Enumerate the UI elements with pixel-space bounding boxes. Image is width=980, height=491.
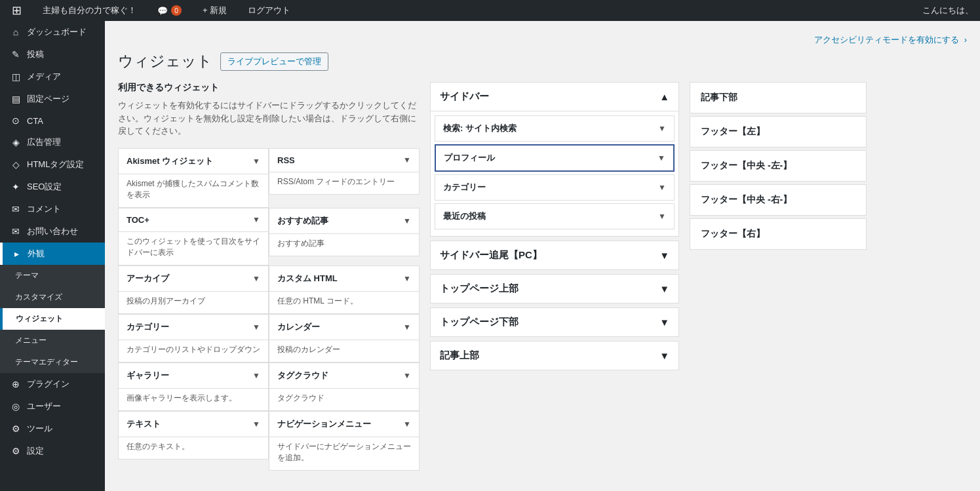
- widget-custom-html-name: カスタム HTML: [277, 273, 338, 285]
- sidebar-item-comments[interactable]: ✉ コメント: [0, 198, 105, 220]
- sidebar-item-ads[interactable]: ◈ 広告管理: [0, 131, 105, 153]
- sidebar-category-item-name: カテゴリー: [443, 182, 486, 193]
- sidebar-search-item[interactable]: 検索: サイト内検索 ▼: [435, 115, 675, 142]
- sidebar-recent-item[interactable]: 最近の投稿 ▼: [435, 203, 675, 229]
- article-top-chevron: ▼: [659, 350, 669, 361]
- top-page-lower-chevron: ▼: [659, 317, 669, 328]
- sidebar-item-dashboard[interactable]: ⌂ ダッシュボード: [0, 21, 105, 43]
- widget-tagcloud-name: タグクラウド: [277, 370, 328, 382]
- widget-custom-html[interactable]: カスタム HTML ▼: [269, 265, 420, 292]
- wp-logo-item[interactable]: ⊞: [7, 0, 27, 21]
- widget-category-desc: カテゴリーのリストやドロップダウン: [118, 340, 269, 363]
- sidebar-item-seo[interactable]: ✦ SEO設定: [0, 176, 105, 198]
- widget-akismet[interactable]: Akismet ウィジェット ▼: [118, 148, 269, 174]
- content-area: 利用できるウィジェット ウィジェットを有効化するにはサイドバーにドラッグするかク…: [118, 82, 967, 471]
- article-bottom-area[interactable]: 記事下部: [690, 82, 867, 113]
- sidebar-label-tools: ツール: [27, 423, 52, 435]
- new-item[interactable]: + 新規: [197, 0, 232, 21]
- site-name-item[interactable]: 主婦も自分の力で稼ぐ！: [37, 0, 142, 21]
- sidebar-pc-title-text: サイドバー追尾【PC】: [440, 249, 542, 262]
- widget-archive-name: アーカイブ: [127, 273, 169, 285]
- footer-left-area[interactable]: フッター【左】: [690, 116, 867, 147]
- sidebar-item-posts[interactable]: ✎ 投稿: [0, 43, 105, 66]
- sidebar-item-settings[interactable]: ⚙ 設定: [0, 440, 105, 462]
- sidebar-item-appearance[interactable]: ▸ 外観: [0, 243, 105, 265]
- widget-toc[interactable]: TOC+ ▼: [118, 208, 269, 232]
- sidebar-item-themes[interactable]: テーマ: [0, 265, 105, 286]
- widget-grid: Akismet ウィジェット ▼ Akismet が捕獲したスパムコメント数を表…: [118, 148, 420, 471]
- widget-rss-desc: RSS/Atom フィードのエントリー: [269, 172, 420, 195]
- widget-rss[interactable]: RSS ▼: [269, 148, 420, 172]
- widget-tagcloud[interactable]: タグクラウド ▼: [269, 363, 420, 389]
- sidebar-item-tools[interactable]: ⚙ ツール: [0, 418, 105, 440]
- live-preview-button[interactable]: ライブプレビューで管理: [220, 52, 328, 71]
- widget-text-chevron: ▼: [252, 420, 260, 429]
- sidebar-item-html[interactable]: ◇ HTMLタグ設定: [0, 153, 105, 176]
- comment-icon: 💬: [157, 6, 168, 16]
- sidebar-item-media[interactable]: ◫ メディア: [0, 66, 105, 88]
- footer-center-left-area[interactable]: フッター【中央 -左-】: [690, 150, 867, 182]
- new-label: + 新規: [203, 5, 227, 16]
- sidebar-item-users[interactable]: ◎ ユーザー: [0, 395, 105, 418]
- sidebar-pc-area-header[interactable]: サイドバー追尾【PC】 ▼: [431, 241, 678, 269]
- top-page-lower-header[interactable]: トップページ下部 ▼: [431, 308, 678, 336]
- footer-center-right-area[interactable]: フッター【中央 -右-】: [690, 184, 867, 216]
- right-areas-col: 記事下部 フッター【左】 フッター【中央 -左-】 フッター【中央 -右-】 フ…: [690, 82, 867, 252]
- sidebar-area-header[interactable]: サイドバー ▲: [431, 83, 678, 111]
- sidebar-recent-chevron: ▼: [658, 212, 666, 221]
- widget-akismet-name: Akismet ウィジェット: [127, 155, 213, 167]
- wp-logo-icon: ⊞: [12, 3, 22, 18]
- sidebar-item-cta[interactable]: ⊙ CTA: [0, 110, 105, 131]
- sidebar-area-content: 検索: サイト内検索 ▼ プロフィール ▼ カテゴリー ▼: [431, 111, 678, 236]
- contact-icon: ✉: [10, 226, 22, 237]
- sidebar-profile-item[interactable]: プロフィール ▼: [435, 144, 675, 172]
- sidebar-item-theme-editor[interactable]: テーマエディター: [0, 351, 105, 373]
- comments-item[interactable]: 💬 0: [152, 0, 187, 21]
- article-top-header[interactable]: 記事上部 ▼: [431, 342, 678, 370]
- admin-sidebar: ⌂ ダッシュボード ✎ 投稿 ◫ メディア ▤ 固定ページ ⊙ CTA ◈ 広告…: [0, 21, 105, 491]
- accessibility-link[interactable]: アクセシビリティモードを有効にする: [814, 35, 959, 45]
- available-widgets-panel: 利用できるウィジェット ウィジェットを有効化するにはサイドバーにドラッグするかク…: [118, 82, 420, 471]
- logout-item[interactable]: ログアウト: [243, 0, 296, 21]
- widget-custom-html-chevron: ▼: [403, 274, 411, 283]
- widget-recommended[interactable]: おすすめ記事 ▼: [269, 208, 420, 234]
- widget-recommended-col: おすすめ記事 ▼ おすすめ記事: [269, 208, 420, 265]
- widget-calendar-col: カレンダー ▼ 投稿のカレンダー: [269, 314, 420, 363]
- sidebar-item-widgets[interactable]: ウィジェット: [0, 308, 105, 330]
- widget-category-name: カテゴリー: [127, 321, 169, 333]
- widget-archive[interactable]: アーカイブ ▼: [118, 265, 269, 292]
- sidebar-item-customize[interactable]: カスタマイズ: [0, 286, 105, 308]
- sidebar-item-menus[interactable]: メニュー: [0, 330, 105, 351]
- widget-tagcloud-col: タグクラウド ▼ タグクラウド: [269, 363, 420, 411]
- widget-rss-col: RSS ▼ RSS/Atom フィードのエントリー: [269, 148, 420, 208]
- widget-rss-name: RSS: [277, 155, 295, 165]
- article-bottom-title: 記事下部: [701, 92, 737, 102]
- sidebar-item-plugins[interactable]: ⊕ プラグイン: [0, 373, 105, 395]
- sidebar-category-chevron: ▼: [658, 183, 666, 192]
- sidebar-area-title-text: サイドバー: [440, 90, 489, 103]
- comments-menu-icon: ✉: [10, 204, 22, 214]
- widget-text-desc: 任意のテキスト。: [118, 437, 269, 460]
- sidebar-label-pages: 固定ページ: [27, 93, 69, 105]
- widget-text[interactable]: テキスト ▼: [118, 411, 269, 437]
- sidebar-search-chevron: ▼: [658, 124, 666, 133]
- widget-calendar-chevron: ▼: [403, 323, 411, 332]
- sidebar-item-pages[interactable]: ▤ 固定ページ: [0, 88, 105, 110]
- widget-tagcloud-desc: タグクラウド: [269, 389, 420, 411]
- top-page-lower-area-box: トップページ下部 ▼: [430, 307, 679, 337]
- widget-nav-menu[interactable]: ナビゲーションメニュー ▼: [269, 411, 420, 437]
- top-page-upper-header[interactable]: トップページ上部 ▼: [431, 275, 678, 303]
- article-top-title: 記事上部: [440, 349, 479, 362]
- widget-category[interactable]: カテゴリー ▼: [118, 314, 269, 340]
- widget-calendar[interactable]: カレンダー ▼: [269, 314, 420, 340]
- widget-gallery[interactable]: ギャラリー ▼: [118, 363, 269, 389]
- footer-right-area[interactable]: フッター【右】: [690, 218, 867, 250]
- sidebar-label-widgets: ウィジェット: [16, 313, 63, 324]
- sidebar-category-item[interactable]: カテゴリー ▼: [435, 174, 675, 201]
- widget-text-col: テキスト ▼ 任意のテキスト。: [118, 411, 269, 471]
- sidebar-item-contact[interactable]: ✉ お問い合わせ: [0, 220, 105, 243]
- footer-left-title: フッター【左】: [701, 126, 765, 136]
- widget-akismet-col: Akismet ウィジェット ▼ Akismet が捕獲したスパムコメント数を表…: [118, 148, 269, 208]
- comment-count: 0: [171, 5, 182, 16]
- sidebar-label-posts: 投稿: [27, 49, 44, 60]
